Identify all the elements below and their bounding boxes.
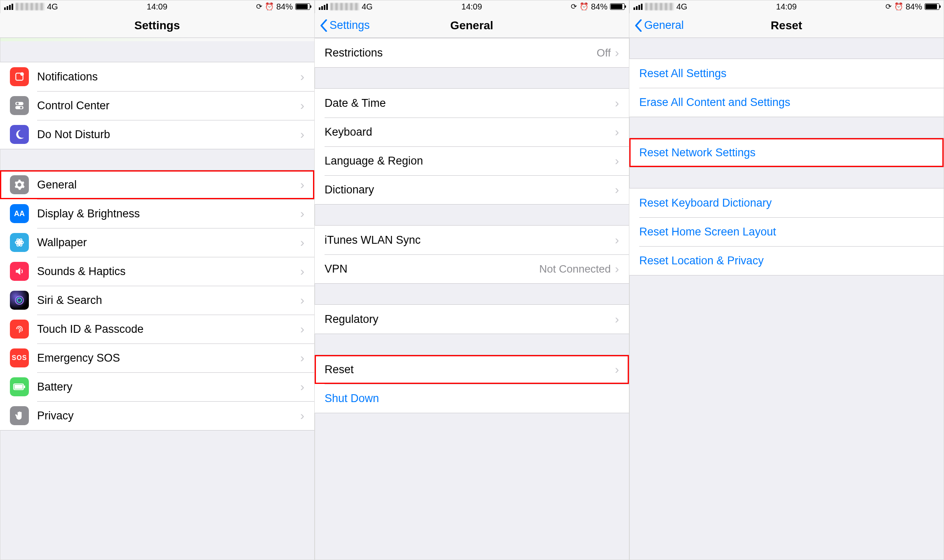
- svg-point-5: [20, 106, 22, 108]
- svg-rect-14: [14, 385, 23, 389]
- row-sos[interactable]: SOS Emergency SOS ›: [0, 344, 314, 372]
- touchid-icon: [10, 320, 29, 339]
- row-wallpaper[interactable]: Wallpaper ›: [0, 228, 314, 257]
- back-button[interactable]: General: [634, 19, 684, 32]
- chevron-right-icon: ›: [300, 264, 304, 278]
- signal-icon: [633, 4, 643, 10]
- row-touchid[interactable]: Touch ID & Passcode ›: [0, 315, 314, 344]
- svg-point-6: [18, 241, 21, 244]
- row-general[interactable]: General ›: [0, 170, 314, 199]
- status-bar: 4G 14:09 ⟳ ⏰ 84%: [0, 0, 314, 13]
- sounds-icon: [10, 262, 29, 281]
- chevron-right-icon: ›: [615, 183, 619, 197]
- row-privacy[interactable]: Privacy ›: [0, 401, 314, 430]
- row-label: Erase All Content and Settings: [639, 96, 934, 109]
- content[interactable]: Reset All Settings Erase All Content and…: [629, 38, 944, 560]
- row-regulatory[interactable]: Regulatory ›: [315, 305, 629, 334]
- row-notifications[interactable]: Notifications ›: [0, 62, 314, 91]
- alarm-icon: ⏰: [265, 2, 274, 11]
- back-button[interactable]: Settings: [320, 19, 370, 32]
- battery-pct: 84%: [906, 2, 922, 12]
- row-label: Display & Brightness: [37, 207, 300, 220]
- row-label: Battery: [37, 381, 300, 393]
- chevron-right-icon: ›: [615, 233, 619, 247]
- chevron-right-icon: ›: [615, 46, 619, 60]
- chevron-right-icon: ›: [300, 99, 304, 113]
- row-reset-location[interactable]: Reset Location & Privacy: [629, 246, 944, 275]
- row-dictionary[interactable]: Dictionary ›: [315, 175, 629, 204]
- row-label: Notifications: [37, 71, 300, 83]
- row-label: Siri & Search: [37, 294, 300, 307]
- row-itunes-sync[interactable]: iTunes WLAN Sync ›: [315, 226, 629, 254]
- chevron-right-icon: ›: [300, 178, 304, 192]
- row-label: Reset Home Screen Layout: [639, 226, 934, 238]
- row-reset-keyboard[interactable]: Reset Keyboard Dictionary: [629, 188, 944, 217]
- row-label: Do Not Disturb: [37, 128, 300, 141]
- carrier-label: [645, 3, 674, 10]
- row-label: Control Center: [37, 99, 300, 112]
- orientation-lock-icon: ⟳: [571, 2, 577, 11]
- status-bar: 4G 14:09 ⟳ ⏰ 84%: [629, 0, 944, 13]
- orientation-lock-icon: ⟳: [256, 2, 262, 11]
- row-siri[interactable]: Siri & Search ›: [0, 286, 314, 315]
- wallpaper-icon: [10, 233, 29, 252]
- siri-icon: [10, 291, 29, 310]
- clock-label: 14:09: [461, 2, 482, 12]
- chevron-right-icon: ›: [615, 154, 619, 168]
- row-battery[interactable]: Battery ›: [0, 372, 314, 401]
- panel-settings: 4G 14:09 ⟳ ⏰ 84% Settings Notifications …: [0, 0, 315, 560]
- row-keyboard[interactable]: Keyboard ›: [315, 118, 629, 146]
- row-shutdown[interactable]: Shut Down: [315, 384, 629, 413]
- svg-point-1: [20, 72, 24, 76]
- row-label: Reset Location & Privacy: [639, 254, 934, 267]
- page-title: Settings: [0, 19, 314, 32]
- row-label: Shut Down: [325, 392, 619, 405]
- battery-pct: 84%: [276, 2, 293, 12]
- row-label: General: [37, 179, 300, 191]
- row-vpn[interactable]: VPN Not Connected ›: [315, 254, 629, 283]
- battery-pct: 84%: [591, 2, 607, 12]
- row-label: Reset All Settings: [639, 67, 934, 80]
- row-restrictions[interactable]: Restrictions Off ›: [315, 38, 629, 67]
- row-reset-home[interactable]: Reset Home Screen Layout: [629, 217, 944, 246]
- network-label: 4G: [676, 2, 687, 12]
- row-label: Restrictions: [325, 47, 597, 59]
- chevron-right-icon: ›: [615, 125, 619, 139]
- nav-bar: General Reset: [629, 13, 944, 38]
- row-display[interactable]: AA Display & Brightness ›: [0, 199, 314, 228]
- content[interactable]: Notifications › Control Center › Do Not …: [0, 38, 314, 560]
- row-label: Sounds & Haptics: [37, 265, 300, 278]
- content[interactable]: Restrictions Off › Date & Time › Keyboar…: [315, 38, 629, 560]
- chevron-left-icon: [320, 19, 328, 32]
- display-icon: AA: [10, 204, 29, 223]
- row-date-time[interactable]: Date & Time ›: [315, 89, 629, 118]
- chevron-right-icon: ›: [300, 380, 304, 394]
- control-center-icon: [10, 96, 29, 115]
- row-label: Wallpaper: [37, 236, 300, 249]
- chevron-right-icon: ›: [300, 351, 304, 365]
- row-reset-network[interactable]: Reset Network Settings: [629, 138, 944, 167]
- row-label: Regulatory: [325, 313, 615, 326]
- panel-reset: 4G 14:09 ⟳ ⏰ 84% General Reset Reset All…: [629, 0, 944, 560]
- svg-point-11: [17, 298, 22, 303]
- back-label: Settings: [330, 19, 370, 32]
- back-label: General: [644, 19, 684, 32]
- battery-icon: [610, 3, 625, 10]
- row-label: Reset Network Settings: [639, 146, 934, 159]
- row-sounds[interactable]: Sounds & Haptics ›: [0, 257, 314, 286]
- row-erase-all[interactable]: Erase All Content and Settings: [629, 88, 944, 117]
- chevron-right-icon: ›: [615, 362, 619, 376]
- row-control-center[interactable]: Control Center ›: [0, 91, 314, 120]
- row-dnd[interactable]: Do Not Disturb ›: [0, 120, 314, 149]
- chevron-right-icon: ›: [300, 235, 304, 249]
- row-reset-all[interactable]: Reset All Settings: [629, 59, 944, 88]
- nav-bar: Settings: [0, 13, 314, 38]
- battery-settings-icon: [10, 377, 29, 396]
- row-language[interactable]: Language & Region ›: [315, 146, 629, 175]
- row-label: iTunes WLAN Sync: [325, 234, 615, 247]
- row-label: Reset Keyboard Dictionary: [639, 197, 934, 209]
- network-label: 4G: [362, 2, 373, 12]
- signal-icon: [4, 4, 13, 10]
- chevron-right-icon: ›: [615, 96, 619, 110]
- row-reset[interactable]: Reset ›: [315, 355, 629, 384]
